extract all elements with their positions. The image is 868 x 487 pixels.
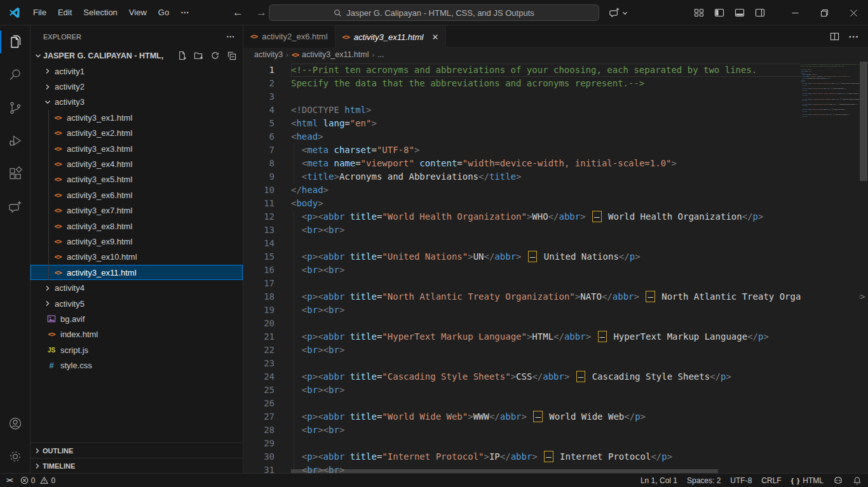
vertical-scrollbar[interactable]	[859, 62, 868, 473]
tree-item-bg-avif[interactable]: bg.avif	[31, 311, 243, 326]
code-line-26[interactable]: 26	[243, 397, 859, 410]
code-line-9[interactable]: 9 <title>Acronyms and Abbreviations</tit…	[243, 170, 859, 183]
tree-item-activity3[interactable]: activity3	[31, 95, 243, 110]
status-eol[interactable]: CRLF	[761, 476, 781, 485]
explorer-icon[interactable]	[0, 25, 30, 58]
code-line-18[interactable]: 18 <p><abbr title="North Atlantic Treaty…	[243, 290, 859, 304]
chat-copilot-icon[interactable]	[0, 190, 30, 223]
close-tab-icon[interactable]: ✕	[431, 32, 438, 42]
tree-item-activity3-ex3-html[interactable]: <>activity3_ex3.html	[31, 141, 243, 156]
minimap[interactable]: <!--Print ten acronyms and abbreviations…	[801, 63, 859, 473]
toggle-secondary-sidebar-icon[interactable]	[755, 8, 765, 18]
tree-item-index-html[interactable]: <>index.html	[31, 327, 243, 342]
code-line-25[interactable]: 25 <br><br>	[243, 384, 859, 397]
code-line-27[interactable]: 27 <p><abbr title="World Wide Web">WWW</…	[243, 410, 859, 424]
code-line-11[interactable]: 11<body>	[243, 197, 859, 210]
code-line-4[interactable]: 4<!DOCTYPE html>	[243, 103, 859, 117]
tree-item-style-css[interactable]: #style.css	[31, 357, 243, 373]
tab-activity2-ex6-html[interactable]: <>activity2_ex6.html	[243, 25, 336, 48]
remote-indicator-icon[interactable]: ><	[6, 477, 13, 484]
breadcrumb-file[interactable]: activity3_ex11.html	[302, 50, 369, 59]
tree-item-activity3-ex6-html[interactable]: <>activity3_ex6.html	[31, 187, 243, 203]
menu-selection[interactable]: Selection	[78, 4, 123, 21]
code-line-10[interactable]: 10</head>	[243, 183, 859, 197]
run-debug-icon[interactable]	[0, 124, 30, 157]
new-file-icon[interactable]	[177, 51, 187, 60]
tab-activity3-ex11-html[interactable]: <>activity3_ex11.html✕	[336, 25, 447, 48]
tree-item-script-js[interactable]: JSscript.js	[31, 342, 243, 357]
code-line-6[interactable]: 6<head>	[243, 130, 859, 143]
code-line-15[interactable]: 15 <p><abbr title="United Nations">UN</a…	[243, 250, 859, 264]
code-line-8[interactable]: 8 <meta name="viewport" content="width=d…	[243, 157, 859, 170]
code-line-2[interactable]: 2Specify the data that the abbreviations…	[243, 77, 859, 90]
copilot-menu[interactable]	[609, 0, 628, 25]
command-center-search[interactable]: Jasper G. Calipayan - HTML, CSS, and JS …	[269, 4, 599, 21]
tree-item-activity3-ex7-html[interactable]: <>activity3_ex7.html	[31, 203, 243, 218]
explorer-more-actions-icon[interactable]: ⋯	[226, 32, 235, 41]
code-line-1[interactable]: 1<!--Print ten acronyms and abbreviation…	[243, 63, 859, 77]
code-line-29[interactable]: 29	[243, 437, 859, 450]
code-line-12[interactable]: 12 <p><abbr title="World Health Organiza…	[243, 210, 859, 223]
code-line-30[interactable]: 30 <p><abbr title="Internet Protocol">IP…	[243, 450, 859, 464]
menu-edit[interactable]: Edit	[52, 4, 78, 21]
toggle-panel-icon[interactable]	[735, 8, 745, 18]
code-line-3[interactable]: 3	[243, 90, 859, 103]
toggle-primary-sidebar-icon[interactable]	[714, 8, 724, 18]
forward-arrow-icon[interactable]: →	[256, 6, 267, 19]
extensions-icon[interactable]	[0, 157, 30, 190]
new-folder-icon[interactable]	[194, 51, 203, 60]
close-window-button[interactable]	[839, 0, 868, 25]
menu-view[interactable]: View	[123, 4, 153, 21]
vertical-scrollbar-slider[interactable]	[860, 62, 867, 181]
status-indentation[interactable]: Spaces: 2	[687, 476, 721, 485]
back-arrow-icon[interactable]: ←	[233, 6, 243, 19]
tree-item-activity3-ex10-html[interactable]: <>activity3_ex10.html	[31, 250, 243, 265]
code-line-14[interactable]: 14	[243, 237, 859, 250]
split-editor-icon[interactable]	[830, 32, 839, 41]
code-editor[interactable]: 1<!--Print ten acronyms and abbreviation…	[243, 62, 868, 473]
problems-status[interactable]: 0 0	[20, 476, 55, 485]
accounts-icon[interactable]	[0, 407, 30, 440]
code-line-24[interactable]: 24 <p><abbr title="Cascading Style Sheet…	[243, 370, 859, 384]
tree-item-activity3-ex1-html[interactable]: <>activity3_ex1.html	[31, 110, 243, 125]
code-line-7[interactable]: 7 <meta charset="UTF-8">	[243, 143, 859, 157]
project-section-header[interactable]: JASPER G. CALIPAYAN - HTML, ...	[31, 48, 243, 63]
code-line-19[interactable]: 19 <br><br>	[243, 304, 859, 317]
tree-item-activity1[interactable]: activity1	[31, 63, 243, 79]
code-line-21[interactable]: 21 <p><abbr title="HyperText Markup Lang…	[243, 330, 859, 344]
code-line-16[interactable]: 16 <br><br>	[243, 264, 859, 277]
status-encoding[interactable]: UTF-8	[730, 476, 752, 485]
source-control-icon[interactable]	[0, 91, 30, 124]
tree-item-activity4[interactable]: activity4	[31, 280, 243, 295]
notifications-bell-icon[interactable]	[853, 476, 862, 485]
menu-file[interactable]: File	[27, 4, 52, 21]
code-line-5[interactable]: 5<html lang="en">	[243, 117, 859, 130]
refresh-icon[interactable]	[210, 51, 220, 60]
tree-item-activity3-ex11-html[interactable]: <>activity3_ex11.html	[31, 265, 243, 280]
restore-button[interactable]	[810, 0, 839, 25]
code-line-22[interactable]: 22 <br><br>	[243, 344, 859, 357]
copilot-status-icon[interactable]	[833, 476, 843, 486]
settings-gear-icon[interactable]	[0, 440, 30, 473]
menu-go[interactable]: Go	[153, 4, 175, 21]
menu-more[interactable]: ⋯	[175, 4, 195, 21]
code-line-20[interactable]: 20	[243, 317, 859, 330]
tree-item-activity5[interactable]: activity5	[31, 296, 243, 311]
panel-outline[interactable]: OUTLINE	[31, 443, 243, 458]
status-cursor-position[interactable]: Ln 1, Col 1	[641, 476, 677, 485]
tree-item-activity3-ex8-html[interactable]: <>activity3_ex8.html	[31, 218, 243, 234]
tree-item-activity3-ex5-html[interactable]: <>activity3_ex5.html	[31, 172, 243, 187]
tree-item-activity3-ex9-html[interactable]: <>activity3_ex9.html	[31, 234, 243, 249]
code-line-17[interactable]: 17	[243, 277, 859, 290]
minimize-button[interactable]	[780, 0, 810, 25]
code-line-28[interactable]: 28 <br><br>	[243, 424, 859, 437]
more-actions-icon[interactable]: ⋯	[848, 30, 859, 43]
breadcrumb-symbol[interactable]: ...	[377, 50, 384, 59]
tree-item-activity2[interactable]: activity2	[31, 79, 243, 94]
status-language[interactable]: { } HTML	[791, 476, 824, 485]
tree-item-activity3-ex4-html[interactable]: <>activity3_ex4.html	[31, 156, 243, 171]
panel-timeline[interactable]: TIMELINE	[31, 458, 243, 473]
search-sidebar-icon[interactable]	[0, 58, 30, 91]
code-line-13[interactable]: 13 <br><br>	[243, 223, 859, 237]
code-line-23[interactable]: 23	[243, 357, 859, 370]
